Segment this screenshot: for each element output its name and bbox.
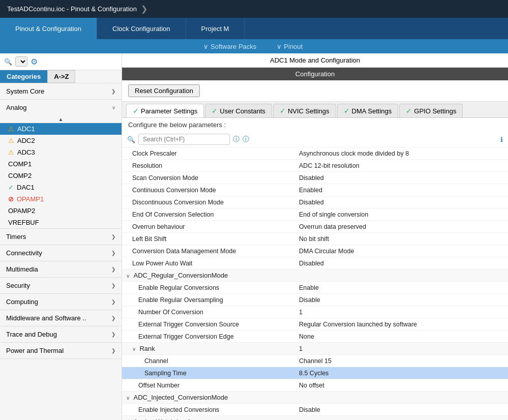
check-icon: ✓ (344, 107, 350, 115)
info-icon-right[interactable]: ℹ (500, 136, 503, 143)
warning-icon: ⚠ (8, 137, 14, 144)
table-row[interactable]: Scan Conversion Mode Disabled (122, 172, 508, 184)
table-row[interactable]: Overrun behaviour Overrun data preserved (122, 221, 508, 233)
reset-config-button[interactable]: Reset Configuration (128, 84, 200, 97)
table-row[interactable]: Enable Regular Oversampling Disable (122, 294, 508, 306)
sidebar-section-header-power-thermal[interactable]: Power and Thermal ❯ (0, 343, 122, 358)
check-icon: ✓ (406, 107, 412, 115)
sidebar-tab-az[interactable]: A->Z (47, 70, 75, 83)
table-row[interactable]: Offset Number No offset (122, 379, 508, 392)
param-value: Disabled (295, 197, 508, 207)
table-row[interactable]: Number Of Conversion 1 (122, 306, 508, 318)
table-row-section[interactable]: ∨ Analog Watchdog 1 (122, 416, 508, 420)
param-value: No offset (295, 380, 508, 391)
sidebar-search-select[interactable] (15, 56, 27, 67)
sidebar-section-header-connectivity[interactable]: Connectivity ❯ (0, 245, 122, 261)
table-row[interactable]: Clock Prescaler Asynchronous clock mode … (122, 147, 508, 160)
param-name: Overrun behaviour (122, 222, 295, 232)
sidebar-section-header-trace-debug[interactable]: Trace and Debug ❯ (0, 326, 122, 342)
sidebar-section-multimedia: Multimedia ❯ (0, 261, 122, 278)
expand-icon: ❯ (111, 348, 115, 353)
tab-dma-settings[interactable]: ✓ DMA Settings (337, 104, 399, 117)
sidebar-item-adc1[interactable]: ⚠ ADC1 (0, 123, 122, 135)
sidebar-section-header-system-core[interactable]: System Core ❯ (0, 83, 122, 99)
table-row[interactable]: Channel Channel 15 (122, 355, 508, 367)
param-search-input[interactable] (138, 134, 230, 145)
sidebar-section-header-security[interactable]: Security ❯ (0, 278, 122, 293)
tab-user-constants[interactable]: ✓ User Constants (205, 104, 272, 117)
sidebar-item-vrefbuf[interactable]: VREFBUF (0, 217, 122, 228)
sidebar-section-header-middleware[interactable]: Middleware and Software .. ❯ (0, 310, 122, 326)
param-search-bar: 🔍 ⓘ ⓘ ℹ (122, 132, 508, 147)
collapse-icon: ∨ (112, 105, 115, 110)
table-row[interactable]: External Trigger Conversion Source Regul… (122, 318, 508, 331)
gear-icon[interactable]: ⚙ (31, 57, 38, 67)
sidebar-tab-categories[interactable]: Categories (0, 70, 47, 83)
table-row[interactable]: Continuous Conversion Mode Enabled (122, 184, 508, 196)
expand-icon: ❯ (111, 299, 115, 305)
table-row[interactable]: Resolution ADC 12-bit resolution (122, 160, 508, 172)
param-value: Enable (295, 283, 508, 293)
sidebar-section-analog: Analog ∨ ▲ ⚠ ADC1 ⚠ ADC2 ⚠ ADC3 COMP1 (0, 100, 122, 229)
sidebar-item-comp2[interactable]: COMP2 (0, 170, 122, 182)
table-row-section[interactable]: ∨ ADC_Regular_ConversionMode (122, 269, 508, 282)
info-circle-icon[interactable]: ⓘ (233, 135, 240, 144)
param-name: Enable Regular Conversions (122, 283, 295, 293)
config-header: Configuration (122, 68, 508, 80)
sidebar-section-header-multimedia[interactable]: Multimedia ❯ (0, 261, 122, 277)
table-row[interactable]: Discontinuous Conversion Mode Disabled (122, 196, 508, 208)
sidebar-item-comp1[interactable]: COMP1 (0, 158, 122, 170)
sidebar-section-trace-debug: Trace and Debug ❯ (0, 326, 122, 343)
table-row[interactable]: External Trigger Conversion Edge None (122, 331, 508, 343)
expand-icon: ❯ (111, 234, 115, 239)
sidebar-item-opamp2[interactable]: OPAMP2 (0, 205, 122, 217)
section-name: ∨ Analog Watchdog 1 (122, 416, 295, 420)
param-name: Low Power Auto Wait (122, 258, 295, 268)
section-name: ∨ ADC_Regular_ConversionMode (122, 270, 295, 281)
table-row[interactable]: End Of Conversion Selection End of singl… (122, 208, 508, 221)
top-nav: Pinout & Configuration Clock Configurati… (0, 18, 508, 39)
warning-icon: ⚠ (8, 148, 14, 156)
collapse-icon: ∨ (126, 395, 130, 401)
sidebar-tab-bar: Categories A->Z (0, 70, 122, 83)
table-row[interactable]: Low Power Auto Wait Disabled (122, 257, 508, 269)
table-row-highlighted[interactable]: Sampling Time 8.5 Cycles (122, 367, 508, 379)
info-icon-2[interactable]: ⓘ (243, 135, 249, 144)
expand-icon: ❯ (111, 266, 115, 272)
analog-collapse-arrow[interactable]: ▲ (0, 115, 122, 123)
param-value: Disabled (295, 173, 508, 183)
sidebar-section-header-computing[interactable]: Computing ❯ (0, 294, 122, 310)
table-row[interactable]: Left Bit Shift No bit shift (122, 233, 508, 245)
sidebar-section-header-timers[interactable]: Timers ❯ (0, 229, 122, 245)
param-name: Conversion Data Management Mode (122, 246, 295, 256)
main-layout: 🔍 ⚙ Categories A->Z System Core ❯ (0, 53, 508, 420)
tab-clock-config[interactable]: Clock Configuration (97, 18, 186, 39)
table-row-section[interactable]: ∨ Rank 1 (122, 343, 508, 355)
tab-project[interactable]: Project M (186, 18, 245, 39)
sidebar-item-dac1[interactable]: ✓ DAC1 (0, 182, 122, 193)
param-name: Left Bit Shift (122, 234, 295, 244)
sidebar: 🔍 ⚙ Categories A->Z System Core ❯ (0, 53, 122, 420)
sidebar-item-adc3[interactable]: ⚠ ADC3 (0, 146, 122, 158)
param-name: Offset Number (122, 380, 295, 391)
sub-nav-software-packs[interactable]: ∨ Software Packs (203, 43, 256, 50)
param-name: External Trigger Conversion Edge (122, 332, 295, 342)
table-row[interactable]: Conversion Data Management Mode DMA Circ… (122, 245, 508, 257)
table-row[interactable]: Enable Regular Conversions Enable (122, 282, 508, 294)
expand-icon: ❯ (111, 332, 115, 337)
table-row[interactable]: Enable Injected Conversions Disable (122, 404, 508, 416)
sidebar-section-header-analog[interactable]: Analog ∨ (0, 100, 122, 115)
title-bar-chevron-icon: ❯ (141, 4, 147, 14)
tab-pinout-config[interactable]: Pinout & Configuration (0, 18, 97, 39)
sidebar-item-opamp1[interactable]: ⊘ OPAMP1 (0, 193, 122, 205)
param-name: Clock Prescaler (122, 148, 295, 159)
tab-parameter-settings[interactable]: ✓ Parameter Settings (126, 104, 204, 117)
sidebar-item-adc2[interactable]: ⚠ ADC2 (0, 135, 122, 146)
collapse-icon: ∨ (126, 273, 130, 279)
table-row-section[interactable]: ∨ ADC_Injected_ConversionMode (122, 392, 508, 404)
param-name: End Of Conversion Selection (122, 209, 295, 220)
tab-gpio-settings[interactable]: ✓ GPIO Settings (399, 104, 463, 117)
sub-nav-pinout[interactable]: ∨ Pinout (277, 43, 303, 50)
tab-nvic-settings[interactable]: ✓ NVIC Settings (273, 104, 336, 117)
section-name: ∨ Rank (122, 343, 295, 354)
